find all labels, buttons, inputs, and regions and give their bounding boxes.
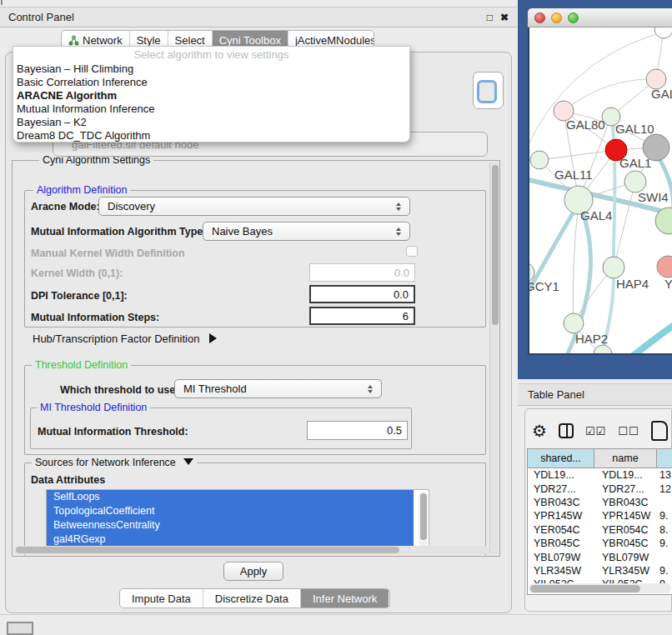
zoom-traffic-light[interactable] (568, 12, 579, 23)
tab-infer-network-label: Infer Network (313, 592, 377, 605)
dpi-tolerance-field[interactable]: 0.0 (309, 285, 415, 303)
tab-impute-data-label: Impute Data (132, 592, 191, 605)
table-row[interactable]: YBL079W YBL079W (528, 550, 672, 563)
algorithm-dropdown-popup: Select algorithm to view settings Bayesi… (13, 46, 410, 142)
cyni-bottom-tabbar: Impute Data Discretize Data Infer Networ… (119, 588, 390, 608)
network-node-gal11[interactable] (530, 151, 549, 169)
node-label-hap2: HAP2 (575, 332, 608, 346)
network-window-titlebar[interactable] (528, 8, 672, 28)
document-icon[interactable] (651, 421, 668, 441)
attribute-item-selected[interactable]: SelfLoops (47, 490, 414, 504)
cell[interactable]: YBR043C (594, 497, 657, 508)
tab-impute-data[interactable]: Impute Data (120, 589, 203, 608)
gear-icon[interactable]: ⚙ (532, 422, 547, 439)
table-horizontal-scrollbar[interactable] (529, 583, 671, 593)
column-header-cut[interactable] (657, 449, 672, 468)
attribute-item-selected[interactable]: TopologicalCoefficient (47, 504, 414, 518)
minimize-traffic-light[interactable] (551, 12, 562, 23)
column-header-name[interactable]: name (594, 449, 657, 468)
cell[interactable]: YBR045C (528, 538, 594, 549)
mi-threshold-field[interactable]: 0.5 (307, 421, 408, 440)
tab-jactivemnodules-label: jActiveMNodules (295, 34, 374, 47)
combo-stepper-icon (396, 202, 401, 211)
mi-steps-field[interactable]: 6 (309, 307, 415, 325)
cell[interactable]: 13 (657, 469, 672, 481)
attribute-item-selected[interactable]: BetweennessCentrality (47, 518, 414, 532)
network-icon (68, 35, 79, 46)
settings-horizontal-scrollbar[interactable] (14, 546, 489, 554)
mi-type-combo[interactable]: Naive Bayes (203, 222, 410, 241)
mi-threshold-label: Mutual Information Threshold: (38, 426, 188, 438)
cell[interactable]: 12 (657, 483, 672, 495)
cell[interactable]: YER054C (528, 524, 594, 536)
attributes-scrollbar[interactable] (419, 492, 428, 547)
network-node-hap4[interactable] (603, 257, 624, 278)
cell[interactable]: YDL19... (594, 469, 657, 481)
algorithm-popup-placeholder: Select algorithm to view settings (13, 47, 409, 62)
algorithm-option[interactable]: Mutual Information Inference (13, 102, 409, 116)
aracne-mode-label: Aracne Mode: (31, 201, 100, 212)
node-label-gal-cut: GAL (651, 87, 672, 101)
cell[interactable]: YBL079W (528, 552, 594, 563)
kernel-width-field[interactable]: 0.0 (309, 263, 415, 282)
aracne-mode-combo[interactable]: Discovery (98, 197, 410, 216)
node-label-gal4: GAL4 (580, 208, 612, 222)
columns-icon[interactable] (559, 423, 574, 438)
tab-network-label: Network (83, 34, 123, 47)
table-row[interactable]: YLR345W YLR345W 9. (528, 564, 672, 578)
cell[interactable]: YBR045C (594, 538, 657, 549)
table-panel-title: Table Panel (528, 388, 584, 401)
table-row[interactable]: YER054C YER054C 8. (528, 523, 672, 537)
unchecked-boxes-icon[interactable]: ☐☐ (618, 425, 639, 438)
algorithm-option-selected[interactable]: ARACNE Algorithm (13, 89, 409, 102)
tab-discretize-data[interactable]: Discretize Data (203, 589, 301, 608)
cell[interactable]: YBL079W (594, 552, 657, 563)
table-row-partial[interactable]: YIL052C YIL052C 9 (528, 578, 672, 583)
table-row[interactable]: YDR27... YDR27... 12 (528, 482, 672, 495)
float-window-icon[interactable]: □ (487, 12, 493, 23)
table-row[interactable]: YPR145W YPR145W 9. (528, 509, 672, 522)
hub-definition-expander[interactable]: Hub/Transcription Factor Definition (33, 332, 217, 345)
mi-type-label: Mutual Information Algorithm Type: (31, 226, 206, 238)
close-traffic-light[interactable] (534, 12, 545, 23)
attribute-item-selected[interactable]: gal4RGexp (47, 532, 414, 547)
cell[interactable]: YPR145W (594, 510, 657, 522)
settings-vertical-scrollbar[interactable] (489, 162, 499, 554)
apply-button[interactable]: Apply (223, 562, 283, 581)
manual-kernel-checkbox[interactable] (406, 246, 418, 257)
column-header-shared-name[interactable]: shared... (528, 449, 594, 468)
algorithm-option[interactable]: Bayesian – K2 (13, 116, 409, 129)
table-row[interactable]: YDL19... YDL19... 13 (528, 468, 672, 482)
cell[interactable]: YER054C (594, 524, 657, 536)
cell[interactable]: YBR043C (528, 497, 594, 508)
sources-group-title-wrap[interactable]: Sources for Network Inference (32, 457, 197, 468)
which-threshold-combo[interactable]: MI Threshold (174, 379, 382, 398)
combo-stepper-icon (396, 228, 401, 236)
table-row[interactable]: YBR043C YBR043C (528, 496, 672, 509)
cell[interactable]: YPR145W (528, 510, 594, 522)
cell[interactable]: YDL19... (528, 469, 594, 481)
checked-boxes-icon[interactable]: ☑☑ (585, 425, 606, 438)
algorithm-option[interactable]: Dream8 DC_TDC Algorithm (13, 129, 409, 142)
algorithm-option[interactable]: Bayesian – Hill Climbing (13, 62, 409, 76)
bottom-left-mini-button[interactable] (7, 622, 33, 635)
cell[interactable]: 9. (657, 510, 672, 522)
network-node-hap2[interactable] (564, 313, 584, 333)
cell[interactable]: 8. (657, 524, 672, 536)
cell[interactable]: YDR27... (528, 483, 594, 495)
tab-infer-network[interactable]: Infer Network (301, 589, 389, 608)
network-canvas[interactable]: GAL80 GAL10 GAL1 GAL11 SWI4 GAL4 GCY1 HA… (528, 28, 672, 355)
cell[interactable]: YLR345W (528, 565, 594, 577)
table-row[interactable]: YBR045C YBR045C 9. (528, 537, 672, 550)
inference-algorithm-combo-fragment[interactable] (473, 72, 504, 109)
cell[interactable]: YLR345W (594, 565, 657, 577)
network-node[interactable] (594, 345, 612, 355)
network-node[interactable] (654, 28, 672, 38)
network-node-pink[interactable] (657, 256, 672, 278)
cell[interactable]: 9. (657, 538, 672, 549)
algorithm-option[interactable]: Basic Correlation Inference (13, 76, 409, 89)
close-window-icon[interactable]: ✖ (500, 12, 509, 23)
cell[interactable]: YDR27... (594, 483, 657, 495)
cell[interactable]: 9. (657, 565, 672, 577)
table-panel-titlebar: Table Panel (518, 383, 672, 406)
